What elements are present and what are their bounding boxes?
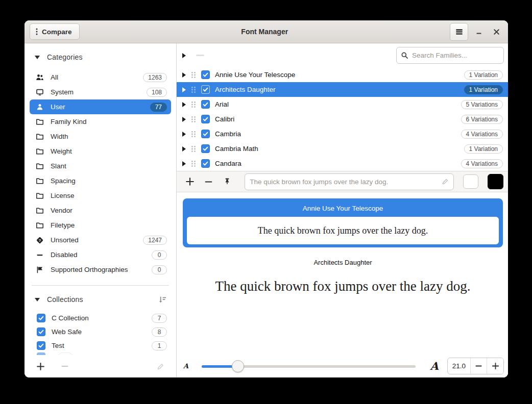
- drag-handle-icon[interactable]: [191, 101, 196, 108]
- sidebar-item-vendor[interactable]: Vendor: [30, 203, 171, 218]
- font-checkbox[interactable]: [201, 85, 210, 94]
- sort-descending-icon[interactable]: [158, 295, 167, 304]
- compare-entry[interactable]: Architects Daughter The quick brown fox …: [183, 259, 503, 294]
- edit-collection-button[interactable]: [155, 361, 166, 372]
- compare-button[interactable]: Compare: [30, 23, 80, 40]
- expander-right-icon[interactable]: [182, 132, 186, 137]
- font-checkbox[interactable]: [201, 159, 210, 168]
- expander-down-icon[interactable]: [35, 298, 40, 301]
- count-badge: 1: [152, 341, 167, 350]
- folder-icon: [36, 147, 44, 156]
- font-row-calibri[interactable]: Calibri 6 Variations: [177, 112, 508, 127]
- font-checkbox[interactable]: [201, 115, 210, 123]
- sidebar-item-weight[interactable]: Weight: [30, 144, 171, 159]
- expander-down-icon[interactable]: [35, 56, 40, 59]
- compare-entry-selected[interactable]: Annie Use Your Telescope The quick brown…: [183, 198, 503, 247]
- collections-header-label: Collections: [47, 295, 83, 304]
- sidebar-item-disabled[interactable]: Disabled 0: [30, 247, 171, 262]
- sidebar-item-family-kind[interactable]: Family Kind: [30, 114, 171, 129]
- expander-right-icon[interactable]: [182, 87, 186, 92]
- expander-right-icon[interactable]: [182, 161, 186, 166]
- collection-checkbox[interactable]: [37, 327, 45, 336]
- sidebar-item-system[interactable]: System 108: [30, 85, 171, 99]
- plus-icon: [492, 362, 499, 370]
- collection-item-partial: [30, 352, 171, 355]
- sidebar-item-slant[interactable]: Slant: [30, 159, 171, 173]
- people-icon: [36, 73, 44, 82]
- sidebar-item-label: Width: [51, 133, 167, 140]
- decrease-size-button[interactable]: [470, 358, 487, 374]
- drag-handle-icon[interactable]: [191, 131, 196, 138]
- font-row-cambria[interactable]: Cambria 4 Variations: [177, 127, 508, 141]
- add-compare-button[interactable]: [185, 176, 195, 187]
- collection-item-test[interactable]: Test 1: [30, 339, 171, 352]
- plus-icon: [36, 362, 45, 371]
- font-row-cambria-math[interactable]: Cambria Math 1 Variation: [177, 141, 508, 156]
- minus-icon: [61, 362, 69, 370]
- preview-text-field[interactable]: [245, 173, 454, 190]
- sidebar-item-filetype[interactable]: Filetype: [30, 218, 171, 233]
- sidebar-item-spacing[interactable]: Spacing: [30, 173, 171, 188]
- categories-list: All 1263 System 108 User 77: [30, 70, 171, 277]
- font-checkbox[interactable]: [201, 70, 210, 79]
- collections-header[interactable]: Collections: [30, 292, 171, 307]
- diamond-question-icon: [36, 236, 44, 244]
- font-checkbox[interactable]: [201, 130, 210, 138]
- collection-label: Web Safe: [52, 328, 146, 336]
- folder-icon: [36, 177, 44, 185]
- sidebar-item-all[interactable]: All 1263: [30, 70, 171, 85]
- expander-right-icon[interactable]: [182, 102, 186, 107]
- app-menu-button[interactable]: [450, 23, 468, 41]
- drag-handle-icon[interactable]: [191, 145, 196, 153]
- collection-item-web-safe[interactable]: Web Safe 8: [30, 325, 171, 339]
- folder-icon: [36, 133, 44, 141]
- font-size-value[interactable]: 21.0: [448, 358, 470, 374]
- font-row-annie-use-your-telescope[interactable]: Annie Use Your Telescope 1 Variation: [177, 67, 508, 82]
- font-row-candara[interactable]: Candara 4 Variations: [177, 156, 508, 171]
- collection-checkbox[interactable]: [37, 341, 45, 350]
- search-input[interactable]: [412, 52, 499, 59]
- pin-button[interactable]: [223, 176, 233, 187]
- variations-badge: 5 Variations: [461, 100, 503, 109]
- collection-item-c-collection[interactable]: C Collection 7: [30, 311, 171, 325]
- vertical-dots-icon: [35, 28, 38, 36]
- expander-right-icon[interactable]: [182, 117, 186, 122]
- preview-text-input[interactable]: [250, 178, 438, 186]
- slider-thumb[interactable]: [232, 360, 244, 372]
- increase-size-button[interactable]: [487, 358, 503, 374]
- font-row-arial[interactable]: Arial 5 Variations: [177, 97, 508, 112]
- sidebar-item-label: Weight: [51, 147, 167, 155]
- close-button[interactable]: [490, 25, 503, 38]
- font-row-architects-daughter[interactable]: Architects Daughter 1 Variation: [177, 82, 508, 97]
- sidebar-item-license[interactable]: License: [30, 188, 171, 203]
- sidebar-item-user[interactable]: User 77: [30, 99, 171, 114]
- drag-handle-icon[interactable]: [191, 116, 196, 123]
- drag-handle-icon[interactable]: [191, 71, 196, 79]
- minimize-icon: [475, 28, 483, 36]
- search-field[interactable]: [396, 47, 504, 64]
- sidebar-item-width[interactable]: Width: [30, 129, 171, 144]
- count-badge: 0: [152, 265, 167, 274]
- expander-right-icon[interactable]: [182, 146, 186, 152]
- sidebar-item-unsorted[interactable]: Unsorted 1247: [30, 233, 171, 247]
- drag-handle-icon[interactable]: [191, 86, 196, 93]
- font-size-slider[interactable]: [202, 360, 416, 372]
- background-color-swatch[interactable]: [488, 174, 503, 189]
- categories-header[interactable]: Categories: [30, 49, 171, 65]
- expander-right-icon[interactable]: [182, 53, 186, 58]
- count-badge: 1263: [143, 73, 167, 82]
- font-checkbox[interactable]: [201, 100, 210, 109]
- sidebar-toolbar: [30, 356, 171, 377]
- remove-compare-button[interactable]: [204, 176, 214, 187]
- drag-handle-icon[interactable]: [191, 160, 196, 167]
- sidebar-item-label: User: [51, 103, 143, 111]
- minimize-button[interactable]: [472, 25, 486, 38]
- font-checkbox[interactable]: [201, 144, 210, 153]
- expander-right-icon[interactable]: [182, 72, 186, 78]
- foreground-color-swatch[interactable]: [463, 174, 478, 189]
- remove-collection-button[interactable]: [59, 361, 70, 372]
- add-collection-button[interactable]: [35, 361, 46, 372]
- collection-checkbox[interactable]: [37, 314, 45, 322]
- collection-label: Test: [52, 342, 146, 349]
- sidebar-item-supported-orthographies[interactable]: Supported Orthographies 0: [30, 262, 171, 277]
